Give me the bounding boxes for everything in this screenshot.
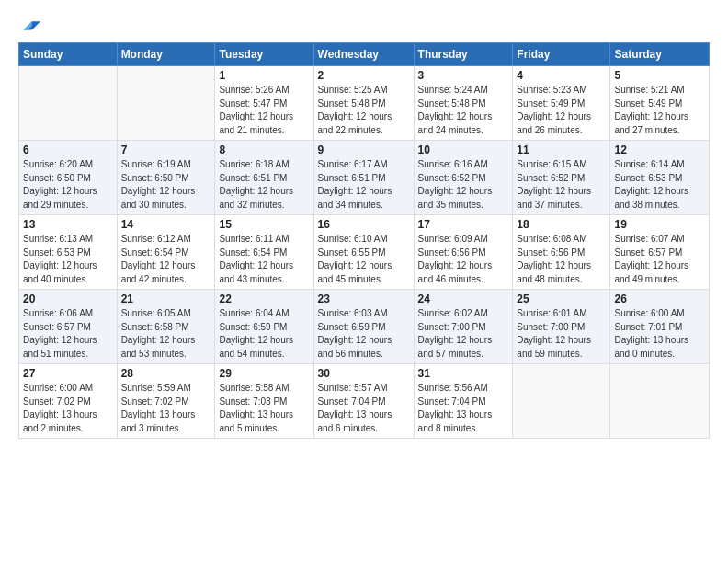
day-info: Sunrise: 6:13 AM Sunset: 6:53 PM Dayligh…: [23, 233, 113, 286]
day-info: Sunrise: 6:00 AM Sunset: 7:02 PM Dayligh…: [23, 382, 113, 435]
day-cell: 11Sunrise: 6:15 AM Sunset: 6:52 PM Dayli…: [513, 141, 610, 215]
day-info: Sunrise: 5:58 AM Sunset: 7:03 PM Dayligh…: [219, 382, 309, 435]
day-info: Sunrise: 6:01 AM Sunset: 7:00 PM Dayligh…: [517, 307, 606, 361]
day-cell: [117, 66, 215, 141]
day-cell: 13Sunrise: 6:13 AM Sunset: 6:53 PM Dayli…: [19, 215, 118, 290]
weekday-header-thursday: Thursday: [414, 43, 513, 66]
day-cell: 4Sunrise: 5:23 AM Sunset: 5:49 PM Daylig…: [513, 66, 610, 141]
day-info: Sunrise: 5:56 AM Sunset: 7:04 PM Dayligh…: [418, 382, 509, 435]
day-info: Sunrise: 6:11 AM Sunset: 6:54 PM Dayligh…: [219, 233, 309, 286]
day-cell: 1Sunrise: 5:26 AM Sunset: 5:47 PM Daylig…: [215, 66, 313, 141]
day-number: 27: [23, 367, 113, 380]
weekday-header-tuesday: Tuesday: [215, 43, 313, 66]
day-number: 1: [219, 69, 309, 82]
day-number: 31: [418, 367, 509, 380]
day-info: Sunrise: 6:00 AM Sunset: 7:01 PM Dayligh…: [614, 307, 705, 361]
day-cell: 17Sunrise: 6:09 AM Sunset: 6:56 PM Dayli…: [414, 215, 513, 290]
day-info: Sunrise: 6:06 AM Sunset: 6:57 PM Dayligh…: [23, 307, 113, 361]
day-cell: 10Sunrise: 6:16 AM Sunset: 6:52 PM Dayli…: [414, 141, 513, 215]
day-cell: 22Sunrise: 6:04 AM Sunset: 6:59 PM Dayli…: [215, 290, 313, 364]
day-info: Sunrise: 6:05 AM Sunset: 6:58 PM Dayligh…: [121, 307, 211, 361]
logo: [18, 17, 40, 31]
day-number: 4: [517, 69, 606, 82]
day-cell: 14Sunrise: 6:12 AM Sunset: 6:54 PM Dayli…: [117, 215, 215, 290]
day-info: Sunrise: 5:59 AM Sunset: 7:02 PM Dayligh…: [121, 382, 211, 435]
day-number: 25: [517, 293, 606, 305]
day-number: 13: [23, 218, 113, 231]
day-cell: 19Sunrise: 6:07 AM Sunset: 6:57 PM Dayli…: [610, 215, 710, 290]
day-number: 22: [219, 293, 309, 305]
day-number: 3: [418, 69, 509, 82]
day-cell: [610, 364, 710, 439]
weekday-header-row: SundayMondayTuesdayWednesdayThursdayFrid…: [19, 43, 710, 66]
day-cell: 27Sunrise: 6:00 AM Sunset: 7:02 PM Dayli…: [19, 364, 118, 439]
day-number: 2: [318, 69, 410, 82]
day-info: Sunrise: 6:09 AM Sunset: 6:56 PM Dayligh…: [418, 233, 509, 286]
day-info: Sunrise: 6:03 AM Sunset: 6:59 PM Dayligh…: [318, 307, 410, 361]
weekday-header-wednesday: Wednesday: [313, 43, 414, 66]
day-info: Sunrise: 6:18 AM Sunset: 6:51 PM Dayligh…: [219, 158, 309, 212]
weekday-header-monday: Monday: [117, 43, 215, 66]
day-cell: 28Sunrise: 5:59 AM Sunset: 7:02 PM Dayli…: [117, 364, 215, 439]
day-cell: 8Sunrise: 6:18 AM Sunset: 6:51 PM Daylig…: [215, 141, 313, 215]
week-row-4: 20Sunrise: 6:06 AM Sunset: 6:57 PM Dayli…: [19, 290, 710, 364]
week-row-1: 1Sunrise: 5:26 AM Sunset: 5:47 PM Daylig…: [19, 66, 710, 141]
day-number: 9: [318, 144, 410, 156]
day-cell: 7Sunrise: 6:19 AM Sunset: 6:50 PM Daylig…: [117, 141, 215, 215]
day-cell: 31Sunrise: 5:56 AM Sunset: 7:04 PM Dayli…: [414, 364, 513, 439]
weekday-header-saturday: Saturday: [610, 43, 710, 66]
day-cell: 9Sunrise: 6:17 AM Sunset: 6:51 PM Daylig…: [313, 141, 414, 215]
day-cell: 20Sunrise: 6:06 AM Sunset: 6:57 PM Dayli…: [19, 290, 118, 364]
weekday-header-sunday: Sunday: [19, 43, 118, 66]
week-row-5: 27Sunrise: 6:00 AM Sunset: 7:02 PM Dayli…: [19, 364, 710, 439]
day-number: 29: [219, 367, 309, 380]
day-info: Sunrise: 6:20 AM Sunset: 6:50 PM Dayligh…: [23, 158, 113, 212]
logo-icon: [20, 15, 40, 35]
day-info: Sunrise: 5:24 AM Sunset: 5:48 PM Dayligh…: [418, 84, 509, 137]
day-number: 7: [121, 144, 211, 156]
day-cell: 3Sunrise: 5:24 AM Sunset: 5:48 PM Daylig…: [414, 66, 513, 141]
day-number: 23: [318, 293, 410, 305]
day-number: 26: [614, 293, 705, 305]
day-number: 19: [614, 218, 705, 231]
calendar-container: SundayMondayTuesdayWednesdayThursdayFrid…: [0, 0, 728, 448]
day-number: 14: [121, 218, 211, 231]
day-number: 18: [517, 218, 606, 231]
header: [18, 17, 710, 31]
day-number: 24: [418, 293, 509, 305]
day-info: Sunrise: 5:25 AM Sunset: 5:48 PM Dayligh…: [318, 84, 410, 137]
day-number: 17: [418, 218, 509, 231]
day-cell: 29Sunrise: 5:58 AM Sunset: 7:03 PM Dayli…: [215, 364, 313, 439]
day-info: Sunrise: 6:07 AM Sunset: 6:57 PM Dayligh…: [614, 233, 705, 286]
day-info: Sunrise: 6:19 AM Sunset: 6:50 PM Dayligh…: [121, 158, 211, 212]
day-info: Sunrise: 6:04 AM Sunset: 6:59 PM Dayligh…: [219, 307, 309, 361]
day-info: Sunrise: 6:08 AM Sunset: 6:56 PM Dayligh…: [517, 233, 606, 286]
day-cell: [19, 66, 118, 141]
day-number: 21: [121, 293, 211, 305]
day-number: 11: [517, 144, 606, 156]
weekday-header-friday: Friday: [513, 43, 610, 66]
day-cell: 23Sunrise: 6:03 AM Sunset: 6:59 PM Dayli…: [313, 290, 414, 364]
day-number: 30: [318, 367, 410, 380]
day-number: 12: [614, 144, 705, 156]
day-info: Sunrise: 6:10 AM Sunset: 6:55 PM Dayligh…: [318, 233, 410, 286]
week-row-3: 13Sunrise: 6:13 AM Sunset: 6:53 PM Dayli…: [19, 215, 710, 290]
day-number: 20: [23, 293, 113, 305]
day-cell: 21Sunrise: 6:05 AM Sunset: 6:58 PM Dayli…: [117, 290, 215, 364]
day-cell: 18Sunrise: 6:08 AM Sunset: 6:56 PM Dayli…: [513, 215, 610, 290]
day-cell: 15Sunrise: 6:11 AM Sunset: 6:54 PM Dayli…: [215, 215, 313, 290]
day-info: Sunrise: 5:23 AM Sunset: 5:49 PM Dayligh…: [517, 84, 606, 137]
day-cell: 12Sunrise: 6:14 AM Sunset: 6:53 PM Dayli…: [610, 141, 710, 215]
day-cell: 26Sunrise: 6:00 AM Sunset: 7:01 PM Dayli…: [610, 290, 710, 364]
calendar-table: SundayMondayTuesdayWednesdayThursdayFrid…: [18, 42, 710, 439]
day-info: Sunrise: 6:14 AM Sunset: 6:53 PM Dayligh…: [614, 158, 705, 212]
day-number: 6: [23, 144, 113, 156]
day-cell: 16Sunrise: 6:10 AM Sunset: 6:55 PM Dayli…: [313, 215, 414, 290]
day-cell: 2Sunrise: 5:25 AM Sunset: 5:48 PM Daylig…: [313, 66, 414, 141]
day-cell: [513, 364, 610, 439]
day-info: Sunrise: 6:15 AM Sunset: 6:52 PM Dayligh…: [517, 158, 606, 212]
day-cell: 30Sunrise: 5:57 AM Sunset: 7:04 PM Dayli…: [313, 364, 414, 439]
day-info: Sunrise: 5:57 AM Sunset: 7:04 PM Dayligh…: [318, 382, 410, 435]
day-number: 16: [318, 218, 410, 231]
week-row-2: 6Sunrise: 6:20 AM Sunset: 6:50 PM Daylig…: [19, 141, 710, 215]
